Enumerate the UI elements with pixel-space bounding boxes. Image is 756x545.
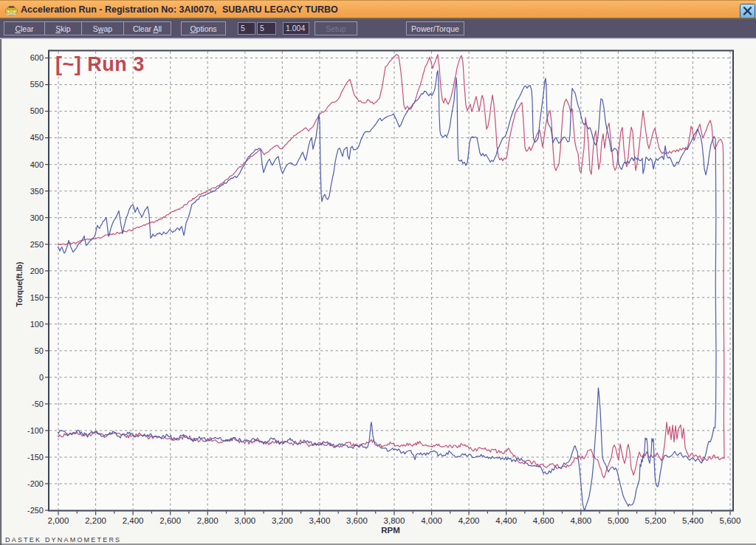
svg-text:5,400: 5,400 xyxy=(682,516,704,525)
svg-text:500: 500 xyxy=(30,106,44,115)
svg-text:2,000: 2,000 xyxy=(48,516,69,525)
svg-text:4,200: 4,200 xyxy=(458,516,480,525)
svg-text:250: 250 xyxy=(30,240,44,249)
svg-text:550: 550 xyxy=(30,80,44,89)
svg-text:600: 600 xyxy=(30,53,44,62)
svg-text:3,400: 3,400 xyxy=(309,516,331,525)
svg-text:100: 100 xyxy=(30,320,44,329)
svg-text:4,400: 4,400 xyxy=(495,516,517,525)
svg-text:-150: -150 xyxy=(27,453,44,462)
svg-text:450: 450 xyxy=(30,133,44,142)
svg-text:DASTEK DYNAMOMETERS: DASTEK DYNAMOMETERS xyxy=(5,536,121,544)
svg-text:-50: -50 xyxy=(32,400,44,408)
svg-text:200: 200 xyxy=(30,267,44,275)
svg-text:4,000: 4,000 xyxy=(421,516,442,525)
svg-text:-100: -100 xyxy=(27,426,44,435)
svg-text:2,800: 2,800 xyxy=(197,516,219,525)
svg-text:4,800: 4,800 xyxy=(570,516,591,525)
svg-text:400: 400 xyxy=(30,160,44,169)
svg-text:350: 350 xyxy=(30,187,44,196)
svg-text:RPM: RPM xyxy=(381,526,400,535)
svg-text:3,000: 3,000 xyxy=(234,516,255,525)
svg-text:50: 50 xyxy=(35,346,44,355)
svg-text:5,600: 5,600 xyxy=(720,516,741,525)
svg-text:Torque(ft.lb): Torque(ft.lb) xyxy=(15,261,24,306)
svg-text:150: 150 xyxy=(30,293,44,302)
svg-text:2,600: 2,600 xyxy=(159,516,181,525)
svg-text:3,200: 3,200 xyxy=(272,516,293,525)
svg-text:5,000: 5,000 xyxy=(608,516,629,525)
svg-text:-200: -200 xyxy=(27,479,44,488)
svg-text:[~] Run 3: [~] Run 3 xyxy=(55,53,145,75)
svg-text:3,800: 3,800 xyxy=(384,516,405,525)
svg-text:300: 300 xyxy=(30,213,44,222)
svg-text:3,600: 3,600 xyxy=(346,516,368,525)
svg-text:4,600: 4,600 xyxy=(533,516,554,525)
svg-text:2,200: 2,200 xyxy=(85,516,106,525)
svg-text:5,200: 5,200 xyxy=(645,516,667,525)
svg-text:-250: -250 xyxy=(27,506,44,515)
svg-text:2,400: 2,400 xyxy=(123,516,144,525)
svg-text:0: 0 xyxy=(39,373,44,382)
